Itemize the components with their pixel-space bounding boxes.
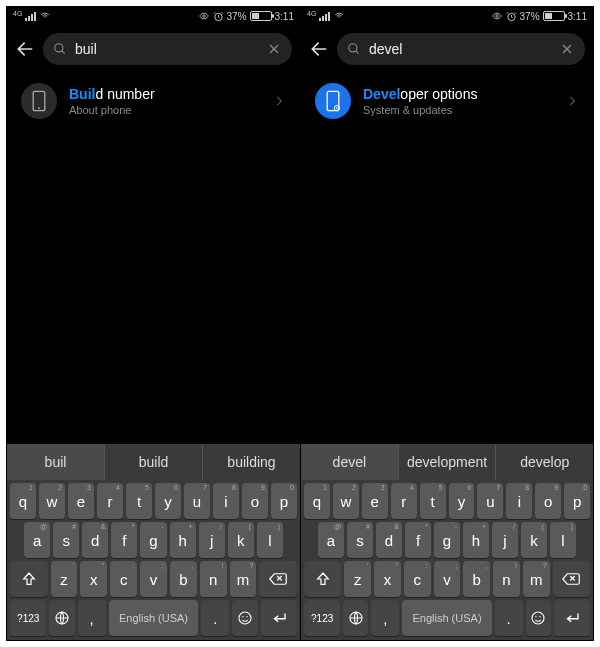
symbols-key[interactable]: ?123 [10,600,46,636]
key-z[interactable]: z' [344,561,371,597]
space-key[interactable]: English (USA) [402,600,491,636]
key-q[interactable]: q1 [10,483,36,519]
key-k[interactable]: k( [521,522,547,558]
globe-key[interactable] [343,600,368,636]
key-p[interactable]: p0 [564,483,590,519]
key-c[interactable]: c: [404,561,431,597]
svg-point-14 [336,107,338,109]
suggestion-bar[interactable]: devel development develop [301,444,593,480]
key-r[interactable]: r4 [391,483,417,519]
key-j[interactable]: j/ [492,522,518,558]
key-k[interactable]: k( [228,522,254,558]
search-input[interactable]: devel [369,41,551,57]
back-icon[interactable] [309,39,329,59]
key-o[interactable]: o9 [242,483,268,519]
result-subtitle: About phone [69,104,260,116]
backspace-key[interactable] [553,561,590,597]
key-g[interactable]: g- [434,522,460,558]
globe-key[interactable] [49,600,74,636]
key-u[interactable]: u7 [477,483,503,519]
key-u[interactable]: u7 [184,483,210,519]
key-n[interactable]: n! [493,561,520,597]
key-p[interactable]: p0 [271,483,297,519]
key-h[interactable]: h+ [170,522,196,558]
key-i[interactable]: i8 [213,483,239,519]
key-a[interactable]: a@ [24,522,50,558]
suggestion[interactable]: building [203,444,300,480]
key-e[interactable]: e3 [68,483,94,519]
key-v[interactable]: v; [434,561,461,597]
key-x[interactable]: x" [374,561,401,597]
search-result[interactable]: Developer options System & updates [301,73,593,129]
key-n[interactable]: n! [200,561,227,597]
key-b[interactable]: b, [170,561,197,597]
phone-gear-icon [315,83,351,119]
key-c[interactable]: c: [110,561,137,597]
chevron-right-icon [272,94,286,108]
key-y[interactable]: y6 [449,483,475,519]
enter-key[interactable] [261,600,297,636]
search-result[interactable]: Build number About phone [7,73,300,129]
enter-key[interactable] [554,600,590,636]
key-f[interactable]: f* [405,522,431,558]
signal-icon [319,12,330,21]
key-q[interactable]: q1 [304,483,330,519]
battery-icon [250,11,272,21]
network-label: 4G [307,10,316,17]
key-s[interactable]: s# [347,522,373,558]
search-box[interactable]: buil [43,33,292,65]
key-a[interactable]: a@ [318,522,344,558]
key-f[interactable]: f* [111,522,137,558]
key-.[interactable]: . [495,600,523,636]
suggestion[interactable]: build [105,444,203,480]
key-w[interactable]: w2 [333,483,359,519]
keyboard[interactable]: devel development develop q1w2e3r4t5y6u7… [301,444,593,640]
emoji-key[interactable] [526,600,551,636]
suggestion[interactable]: devel [301,444,399,480]
key-r[interactable]: r4 [97,483,123,519]
key-.[interactable]: . [201,600,229,636]
space-key[interactable]: English (USA) [109,600,199,636]
key-l[interactable]: l) [550,522,576,558]
emoji-key[interactable] [232,600,257,636]
back-icon[interactable] [15,39,35,59]
key-y[interactable]: y6 [155,483,181,519]
key-d[interactable]: d& [376,522,402,558]
key-i[interactable]: i8 [506,483,532,519]
key-m[interactable]: m? [523,561,550,597]
symbols-key[interactable]: ?123 [304,600,340,636]
key-w[interactable]: w2 [39,483,65,519]
phone-right: 4G 37% 3:11 devel [300,7,593,640]
shift-key[interactable] [10,561,48,597]
key-g[interactable]: g- [140,522,166,558]
key-t[interactable]: t5 [420,483,446,519]
key-,[interactable]: , [371,600,399,636]
clear-icon[interactable] [559,41,575,57]
suggestion-bar[interactable]: buil build building [7,444,300,480]
svg-point-9 [495,15,498,18]
key-z[interactable]: z' [51,561,78,597]
key-o[interactable]: o9 [535,483,561,519]
key-l[interactable]: l) [257,522,283,558]
suggestion[interactable]: buil [7,444,105,480]
key-m[interactable]: m? [230,561,257,597]
key-t[interactable]: t5 [126,483,152,519]
search-input[interactable]: buil [75,41,258,57]
keyboard[interactable]: buil build building q1w2e3r4t5y6u7i8o9p0… [7,444,300,640]
key-d[interactable]: d& [82,522,108,558]
key-h[interactable]: h+ [463,522,489,558]
clear-icon[interactable] [266,41,282,57]
backspace-key[interactable] [259,561,297,597]
suggestion[interactable]: develop [496,444,593,480]
key-e[interactable]: e3 [362,483,388,519]
key-,[interactable]: , [78,600,106,636]
suggestion[interactable]: development [399,444,497,480]
shift-key[interactable] [304,561,341,597]
key-x[interactable]: x" [80,561,107,597]
key-v[interactable]: v; [140,561,167,597]
key-s[interactable]: s# [53,522,79,558]
search-box[interactable]: devel [337,33,585,65]
key-j[interactable]: j/ [199,522,225,558]
key-b[interactable]: b, [463,561,490,597]
svg-point-2 [55,44,63,52]
